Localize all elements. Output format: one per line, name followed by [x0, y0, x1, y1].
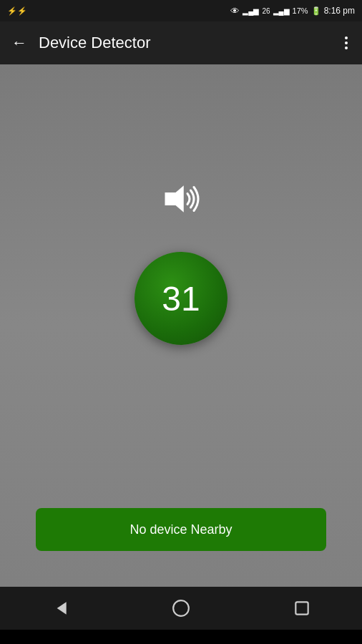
back-nav-button[interactable]: [51, 599, 69, 618]
page-title: Device Detector: [39, 34, 331, 52]
network-type: 26: [262, 7, 270, 15]
main-content: 31 No device Nearby: [0, 64, 362, 587]
more-dot-1: [345, 36, 348, 39]
nav-bar: [0, 587, 362, 630]
more-dot-3: [345, 47, 348, 49]
eye-icon: 👁: [230, 6, 240, 16]
recents-nav-button[interactable]: [293, 599, 311, 618]
usb-icon: ⚡⚡: [7, 6, 27, 16]
more-options-button[interactable]: [342, 34, 351, 52]
svg-point-2: [173, 600, 189, 616]
app-bar: ← Device Detector: [0, 21, 362, 64]
battery-icon: 🔋: [311, 6, 321, 16]
back-button[interactable]: ←: [11, 34, 27, 52]
signal-icon-2: ▂▄▆: [273, 7, 290, 15]
svg-marker-1: [57, 602, 67, 614]
svg-marker-0: [165, 185, 184, 213]
no-device-label: No device Nearby: [129, 522, 232, 537]
back-arrow-icon: ←: [11, 34, 27, 52]
status-bar: ⚡⚡ 👁 ▂▄▆ 26 ▂▄▆ 17% 🔋 8:16 pm: [0, 0, 362, 21]
no-device-button[interactable]: No device Nearby: [36, 508, 326, 551]
speaker-icon: [160, 177, 202, 223]
clock: 8:16 pm: [324, 6, 355, 16]
detection-circle: 31: [134, 252, 228, 345]
detection-value: 31: [162, 279, 200, 318]
more-dot-2: [345, 42, 348, 44]
home-nav-button[interactable]: [172, 599, 190, 618]
status-bar-left: ⚡⚡: [7, 6, 27, 16]
signal-icon: ▂▄▆: [243, 7, 259, 15]
svg-rect-3: [295, 602, 308, 614]
status-bar-right: 👁 ▂▄▆ 26 ▂▄▆ 17% 🔋 8:16 pm: [230, 6, 355, 16]
battery-percent: 17%: [293, 6, 308, 15]
